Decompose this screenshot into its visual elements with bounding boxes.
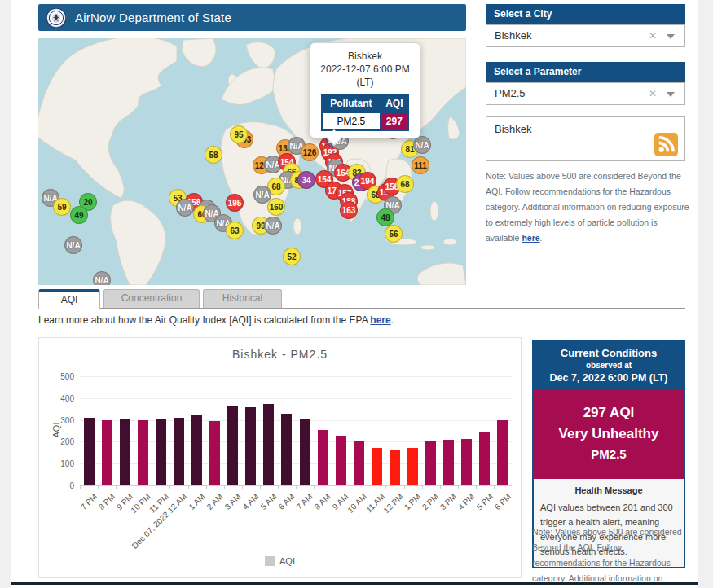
y-tick-label: 500 bbox=[60, 372, 74, 381]
aqi-map-marker[interactable]: 163 bbox=[340, 201, 358, 219]
chart-bar[interactable] bbox=[443, 440, 454, 485]
x-tick-label: 4 PM bbox=[456, 492, 476, 511]
chart-plot-area: AQI 01002003004005007 PM8 PM9 PM10 PM11 … bbox=[80, 376, 512, 485]
aqi-map-marker[interactable]: 68 bbox=[396, 175, 414, 193]
chart-bar[interactable] bbox=[372, 448, 382, 485]
tooltip-pollutant-value: PM2.5 bbox=[322, 112, 381, 130]
aqi-map-marker[interactable]: 126 bbox=[301, 143, 319, 161]
health-message-title: Health Message bbox=[540, 485, 677, 495]
y-tick-label: 0 bbox=[69, 481, 74, 490]
x-tick-mark bbox=[80, 485, 81, 489]
chart-bar[interactable] bbox=[209, 421, 220, 485]
parameter-select[interactable]: PM2.5 ✕ bbox=[486, 82, 685, 105]
aqi-map-marker[interactable]: 111 bbox=[412, 156, 429, 174]
parameter-select-value: PM2.5 bbox=[495, 87, 526, 99]
aqi-map-marker[interactable]: N/A bbox=[264, 217, 282, 235]
chevron-down-icon[interactable] bbox=[667, 34, 675, 39]
clear-city-icon[interactable]: ✕ bbox=[649, 25, 657, 46]
tab-historical[interactable]: Historical bbox=[203, 289, 282, 308]
aqi-map-marker[interactable]: 59 bbox=[53, 198, 71, 216]
aqi-map-marker[interactable]: 56 bbox=[385, 225, 403, 243]
chart-bar[interactable] bbox=[497, 420, 508, 485]
chart-bar[interactable] bbox=[191, 415, 202, 485]
chart-bar[interactable] bbox=[84, 418, 95, 485]
city-feed-box: Bishkek bbox=[486, 116, 685, 161]
x-tick-label: 11 AM bbox=[364, 492, 386, 514]
chart-bar[interactable] bbox=[138, 420, 148, 485]
tooltip-city: Bishkek bbox=[315, 50, 415, 63]
x-tick-mark bbox=[169, 485, 170, 489]
aqi-map-marker[interactable]: 63 bbox=[226, 222, 244, 239]
chart-bar[interactable] bbox=[461, 439, 472, 485]
chart-bar[interactable] bbox=[300, 419, 310, 485]
x-tick-label: 8 AM bbox=[313, 492, 332, 511]
select-city-header: Select a City bbox=[486, 4, 685, 24]
select-parameter-header: Select a Parameter bbox=[486, 62, 685, 82]
gridline bbox=[80, 376, 512, 377]
chart-bar[interactable] bbox=[354, 441, 364, 485]
footer-divider bbox=[11, 582, 698, 585]
tab-concentration[interactable]: Concentration bbox=[103, 289, 200, 308]
current-aqi-category: Very Unhealthy bbox=[537, 423, 680, 445]
aqi-map-marker[interactable]: 58 bbox=[205, 146, 222, 164]
aqi-map-marker[interactable]: N/A bbox=[93, 271, 111, 285]
chart-bar[interactable] bbox=[425, 441, 436, 485]
aqi-map-marker[interactable]: 49 bbox=[70, 206, 88, 224]
x-tick-mark bbox=[350, 485, 350, 489]
current-conditions-header: Current Conditions observed at Dec 7, 20… bbox=[534, 342, 684, 389]
city-select[interactable]: Bishkek ✕ bbox=[486, 24, 685, 47]
chart-bar[interactable] bbox=[407, 448, 418, 485]
chart-bar[interactable] bbox=[479, 432, 490, 485]
current-note-text: Note: Values above 500 are considered Be… bbox=[532, 527, 682, 588]
clear-parameter-icon[interactable]: ✕ bbox=[649, 83, 657, 104]
x-tick-mark bbox=[296, 485, 297, 489]
rss-icon[interactable] bbox=[654, 133, 678, 156]
aqi-map-marker[interactable]: 195 bbox=[226, 194, 244, 212]
aqi-map-marker[interactable]: N/A bbox=[64, 236, 82, 254]
x-tick-label: 7 PM bbox=[79, 492, 99, 511]
x-tick-mark bbox=[206, 485, 207, 489]
app-header: AirNow Department of State bbox=[38, 4, 466, 31]
x-tick-mark bbox=[98, 485, 99, 489]
aqi-map-marker[interactable]: N/A bbox=[413, 136, 431, 154]
chart-title: Bishkek - PM2.5 bbox=[39, 348, 521, 361]
x-tick-mark bbox=[134, 485, 134, 489]
aqi-map-marker[interactable]: 52 bbox=[283, 248, 301, 265]
tooltip-col-aqi: AQI bbox=[381, 94, 408, 112]
world-map[interactable]: N/A592049N/AN/A103955853158N/AN/A66N/A19… bbox=[38, 38, 466, 285]
aqi-map-marker[interactable]: 160 bbox=[267, 198, 285, 216]
y-tick-label: 200 bbox=[60, 437, 74, 446]
aqi-map-marker[interactable]: 95 bbox=[230, 125, 248, 143]
chart-bar[interactable] bbox=[102, 420, 112, 485]
aqi-map-marker[interactable]: N/A bbox=[176, 199, 194, 217]
legend-swatch bbox=[265, 556, 275, 566]
chart-bar[interactable] bbox=[281, 414, 292, 485]
aqi-map-marker[interactable]: 48 bbox=[376, 208, 394, 226]
chart-bar[interactable] bbox=[156, 419, 166, 485]
chart-bar[interactable] bbox=[263, 404, 274, 485]
x-tick-mark bbox=[260, 485, 261, 489]
chart-bar[interactable] bbox=[318, 430, 328, 485]
chart-bar[interactable] bbox=[336, 436, 346, 485]
x-tick-mark bbox=[404, 485, 405, 489]
tooltip-aqi-value: 297 bbox=[381, 112, 408, 130]
x-tick-mark bbox=[224, 485, 225, 489]
x-tick-label: 5 PM bbox=[474, 492, 494, 511]
chart-bar[interactable] bbox=[120, 419, 130, 485]
epa-link[interactable]: here bbox=[370, 314, 390, 326]
dos-seal-icon bbox=[46, 7, 67, 29]
tooltip-timezone: (LT) bbox=[315, 76, 415, 89]
feed-city-label: Bishkek bbox=[495, 123, 532, 135]
aqi-map-marker[interactable]: 34 bbox=[297, 171, 315, 189]
chart-bar[interactable] bbox=[227, 406, 238, 485]
chart-bar[interactable] bbox=[174, 418, 184, 485]
gridline bbox=[80, 398, 512, 399]
chart-bar[interactable] bbox=[245, 407, 256, 485]
tooltip-col-pollutant: Pollutant bbox=[322, 94, 381, 112]
x-tick-mark bbox=[422, 485, 423, 489]
tab-aqi[interactable]: AQI bbox=[38, 289, 100, 309]
chevron-down-icon[interactable] bbox=[667, 92, 675, 97]
chart-bar[interactable] bbox=[390, 450, 400, 485]
sidebar-note-link[interactable]: here bbox=[522, 233, 539, 243]
x-tick-mark bbox=[152, 485, 152, 489]
